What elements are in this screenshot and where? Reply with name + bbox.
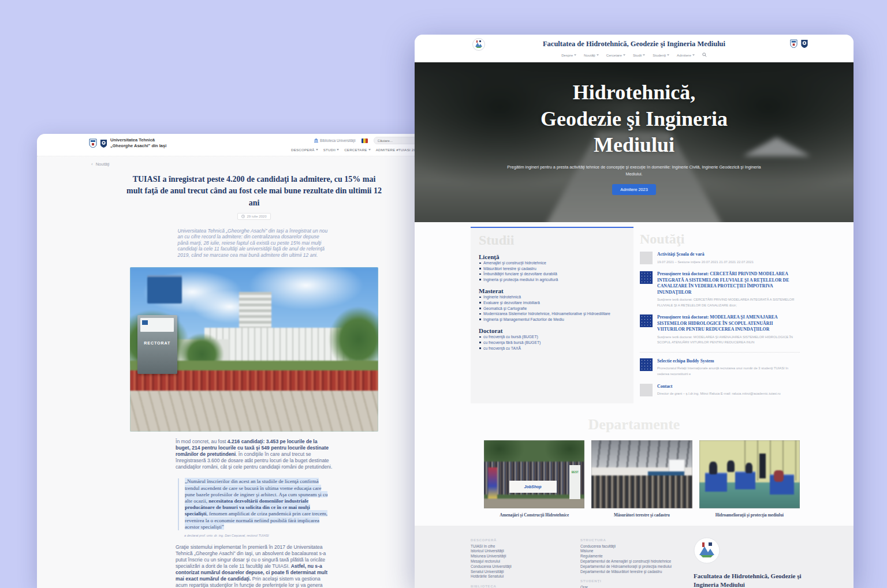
news-item[interactable]: Contact Director de grant – ş.l.dr.ing. … bbox=[640, 384, 800, 397]
sign-logo bbox=[142, 320, 148, 325]
footer-link[interactable]: Regulamente bbox=[580, 554, 694, 559]
dotted-divider bbox=[640, 352, 800, 353]
footer-link[interactable]: Senatul Universităţii bbox=[471, 570, 580, 575]
pavement bbox=[484, 499, 584, 508]
tuiasi-news-window: Universitatea Tehnică „Gheorghe Asachi” … bbox=[37, 134, 471, 588]
studii-masterat-link[interactable]: Ingineria şi Managementul Factorilor de … bbox=[479, 317, 625, 323]
news-item[interactable]: Selectie echipa Buddy System Prorectorat… bbox=[640, 358, 800, 377]
department-photo-computer-lab bbox=[699, 440, 800, 508]
nav-item-noutati[interactable]: Noutăţi bbox=[584, 53, 599, 57]
news-meta: Susţinere teză doctorat: CERCETĂRI PRIVI… bbox=[657, 297, 800, 308]
article-date: 29 iulie 2020 bbox=[247, 215, 266, 218]
footer-link[interactable]: Departamentul de Hidroamelioraţii şi pro… bbox=[580, 564, 694, 570]
studii-licenta-link[interactable]: Ingineria şi protecţia mediului în agric… bbox=[479, 277, 625, 283]
faculty-footer: DESCOPERĂ TUIASI în cifre Istoricul Univ… bbox=[415, 526, 854, 588]
department-photo-jobshop: BEST JobShop bbox=[484, 440, 584, 508]
studii-licenta-link[interactable]: Măsurători terestre şi cadastru bbox=[479, 266, 625, 272]
studii-panel: Studii Licenţă Amenajări şi construcţii … bbox=[471, 227, 633, 403]
nav-item-despre[interactable]: Despre bbox=[561, 53, 576, 57]
back-arrow-icon[interactable]: ‹ bbox=[91, 162, 93, 167]
chevron-down-icon bbox=[574, 54, 576, 56]
studii-doctorat-link[interactable]: cu frecvenţă cu TAXĂ bbox=[479, 346, 625, 351]
department-caption: Amenajări şi Construcţii Hidrotehnice bbox=[484, 512, 584, 518]
footer-link[interactable]: Orar bbox=[580, 585, 694, 588]
footer-link[interactable]: Misiune bbox=[580, 549, 694, 554]
department-card-amenajari[interactable]: BEST JobShop Amenajări şi Construcţii Hi… bbox=[484, 440, 584, 518]
footer-link[interactable]: TUIASI în cifre bbox=[471, 544, 580, 549]
nav-item-studii[interactable]: Studii bbox=[633, 53, 645, 57]
nav-item-admitere[interactable]: Admitere bbox=[677, 53, 695, 57]
news-title: Presusţinere teză doctorat: MODELAREA ŞI… bbox=[657, 314, 800, 333]
rectorat-photo: RECTORAT bbox=[130, 267, 378, 432]
footer-link[interactable]: Hotărârile Senatului bbox=[471, 574, 580, 579]
nav-item-cercetare[interactable]: Cercetare bbox=[606, 53, 625, 57]
news-title: Contact bbox=[657, 384, 781, 390]
clock-icon bbox=[241, 215, 245, 218]
library-link[interactable]: Biblioteca Universităţii bbox=[314, 138, 356, 143]
tuiasi-shield-logo-icon bbox=[89, 138, 97, 148]
asachi-seal-logo-icon[interactable] bbox=[800, 39, 808, 48]
breadcrumb-noutati[interactable]: Noutăţi bbox=[96, 162, 110, 167]
news-meta: Director de grant – ş.l.dr.ing. Mitroi R… bbox=[657, 391, 781, 397]
studii-licenta-link[interactable]: Amenajări şi construcţii hidrotehnice bbox=[479, 260, 625, 266]
studii-masterat-link[interactable]: Modernizarea Sistemelor hidrotehnice, Hi… bbox=[479, 311, 625, 317]
admitere-2023-button[interactable]: Admitere 2023 bbox=[612, 184, 655, 195]
language-flag-icon[interactable] bbox=[361, 138, 368, 143]
rectorat-sign: RECTORAT bbox=[137, 315, 177, 374]
best-board: BEST bbox=[569, 465, 580, 499]
search-icon[interactable] bbox=[702, 53, 707, 57]
nav-item-descopera[interactable]: DESCOPERĂ bbox=[291, 148, 318, 152]
footer-link[interactable]: Conducerea facultăţii bbox=[580, 544, 694, 549]
hero-content: Hidrotehnică, Geodezie şi Ingineria Medi… bbox=[415, 80, 854, 195]
faculty-site-header: Facultatea de Hidrotehnică, Geodezie şi … bbox=[415, 35, 854, 62]
studii-licenta-link[interactable]: Îmbunătăţiri funciare şi dezvoltare dura… bbox=[479, 271, 625, 277]
chevron-down-icon bbox=[597, 54, 599, 56]
article-date-badge: 29 iulie 2020 bbox=[237, 213, 270, 220]
news-item[interactable]: Activităţi Şcoala de vară 19.07.2021 – S… bbox=[640, 252, 800, 265]
chevron-down-icon bbox=[337, 149, 339, 151]
nav-item-cercetare[interactable]: CERCETARE bbox=[344, 148, 371, 152]
desktop-background: Universitatea Tehnică „Gheorghe Asachi” … bbox=[0, 0, 887, 588]
photo-scene bbox=[699, 440, 800, 508]
department-card-hidroamelioratii[interactable]: Hidroamelioraţii şi protecţia mediului bbox=[699, 440, 800, 518]
event-poster bbox=[488, 467, 497, 499]
tuiasi-shield-logo-icon[interactable] bbox=[790, 39, 797, 48]
studii-heading: Studii bbox=[479, 233, 625, 248]
faculty-page-title: Facultatea de Hidrotehnică, Geodezie şi … bbox=[415, 40, 854, 48]
footer-heading-biblioteca: BIBLIOTECA bbox=[471, 585, 580, 588]
quote-attribution: a declarat prof. univ. dr. ing. Dan Caşc… bbox=[178, 534, 330, 537]
studii-masterat-link[interactable]: Evaluare şi dezvoltare imobiliară bbox=[479, 300, 625, 306]
studii-masterat-link[interactable]: Geomatică şi Cartografie bbox=[479, 306, 625, 312]
student bbox=[746, 463, 752, 474]
chevron-down-icon bbox=[692, 54, 695, 56]
university-name-line2: „Gheorghe Asachi” din Iaşi bbox=[110, 143, 166, 149]
blue-campus-sign bbox=[147, 275, 182, 303]
news-item[interactable]: Presusţinere teză doctorat: MODELAREA ŞI… bbox=[640, 314, 800, 346]
footer-link[interactable]: Istoricul Universităţii bbox=[471, 549, 580, 554]
footer-link[interactable]: Misiunea Universităţii bbox=[471, 554, 580, 559]
footer-link[interactable]: Departamentul de Amenajări şi construcţi… bbox=[580, 559, 694, 564]
blue-desk bbox=[705, 473, 727, 492]
nav-item-studenti[interactable]: Studenţi bbox=[653, 53, 669, 57]
department-photo-lecture-hall bbox=[591, 440, 692, 508]
tuiasi-brand[interactable]: Universitatea Tehnică „Gheorghe Asachi” … bbox=[89, 137, 166, 149]
footer-link[interactable]: Departamentul de Măsurători terestre şi … bbox=[580, 570, 694, 575]
nav-item-studii[interactable]: STUDII bbox=[323, 148, 339, 152]
article-title: TUIASI a înregistrat peste 4.200 de cand… bbox=[126, 174, 383, 209]
news-meta: Prorectoratul Relaţii Internaţionale anu… bbox=[657, 366, 800, 377]
news-list: Activităţi Şcoala de vară 19.07.2021 – S… bbox=[640, 252, 800, 397]
chevron-down-icon bbox=[643, 54, 645, 56]
footer-heading-structura: STRUCTURA bbox=[580, 538, 694, 542]
noutati-heading: Noutăţi bbox=[640, 231, 800, 247]
studii-doctorat-link[interactable]: cu frecvenţă cu bursă (BUGET) bbox=[479, 334, 625, 340]
hero-subtitle: Pregătim ingineri pentru a presta activi… bbox=[501, 164, 767, 177]
news-title: Activităţi Şcoala de vară bbox=[657, 252, 754, 258]
footer-link[interactable]: Conducerea Universităţii bbox=[471, 564, 580, 570]
news-item[interactable]: Presusţinere teză doctorat: CERCETĂRI PR… bbox=[640, 271, 800, 308]
studii-doctorat-link[interactable]: cu frecvenţa fără bursă (BUGET) bbox=[479, 340, 625, 346]
department-card-masuratori[interactable]: Măsurători terestre şi cadastru bbox=[591, 440, 692, 518]
footer-link[interactable]: Mesajul rectorului bbox=[471, 559, 580, 564]
studii-masterat-link[interactable]: Inginerie hidrotehnică bbox=[479, 294, 625, 300]
footer-heading-studenti: STUDENŢI bbox=[580, 579, 694, 583]
news-meta: Susţinere teză doctorat: MODELAREA ŞI AM… bbox=[657, 335, 800, 346]
